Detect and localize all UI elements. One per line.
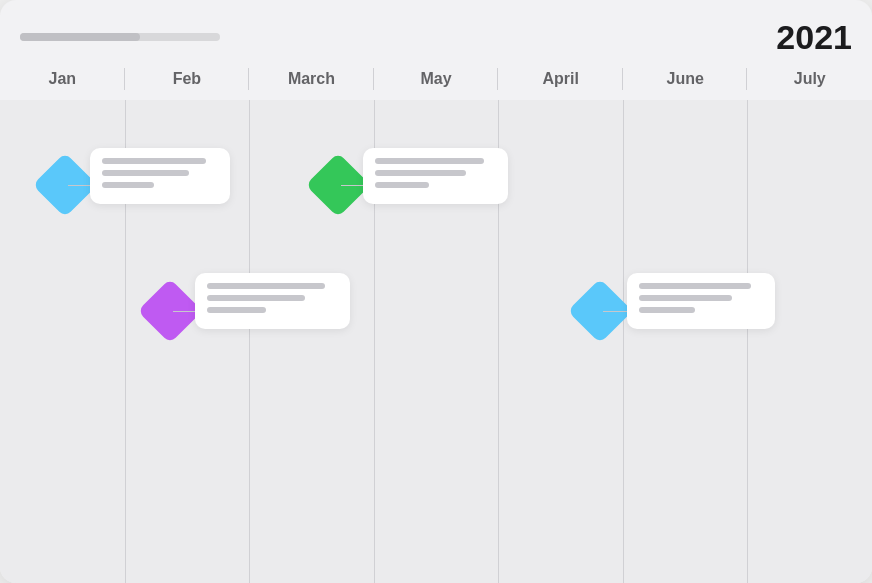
month-label-march: March	[288, 70, 335, 88]
card-line	[375, 158, 484, 164]
card-line	[102, 182, 154, 188]
card-line	[102, 170, 189, 176]
card-line	[639, 295, 732, 301]
month-header-row: Jan Feb March May April June July	[0, 58, 872, 100]
card-event1[interactable]	[90, 148, 230, 204]
card-event3[interactable]	[363, 148, 508, 204]
scrollbar-track[interactable]	[20, 33, 220, 41]
card-line	[207, 307, 266, 313]
month-label-july: July	[794, 70, 826, 88]
month-col-june: June	[623, 58, 748, 100]
month-label-may: May	[420, 70, 451, 88]
year-label: 2021	[776, 20, 852, 54]
card-line	[375, 170, 466, 176]
col-divider-5	[623, 100, 624, 583]
month-label-jan: Jan	[49, 70, 77, 88]
card-line	[639, 283, 751, 289]
month-col-feb: Feb	[125, 58, 250, 100]
col-divider-2	[249, 100, 250, 583]
month-col-april: April	[498, 58, 623, 100]
card-line	[102, 158, 206, 164]
connector-event1	[68, 185, 90, 186]
month-col-may: May	[374, 58, 499, 100]
top-bar: 2021	[20, 20, 852, 54]
card-event2[interactable]	[195, 273, 350, 329]
card-event4[interactable]	[627, 273, 775, 329]
card-line	[639, 307, 695, 313]
month-label-feb: Feb	[173, 70, 201, 88]
scrollbar-thumb[interactable]	[20, 33, 140, 41]
month-col-march: March	[249, 58, 374, 100]
month-label-june: June	[667, 70, 704, 88]
timeline-container: 2021 Jan Feb March May April June July	[0, 0, 872, 583]
col-divider-6	[747, 100, 748, 583]
connector-event4	[603, 311, 627, 312]
card-line	[207, 295, 305, 301]
month-col-july: July	[747, 58, 872, 100]
connector-event3	[341, 185, 363, 186]
month-label-april: April	[542, 70, 578, 88]
month-col-jan: Jan	[0, 58, 125, 100]
card-line	[207, 283, 325, 289]
content-area	[0, 100, 872, 583]
connector-event2	[173, 311, 195, 312]
card-line	[375, 182, 429, 188]
